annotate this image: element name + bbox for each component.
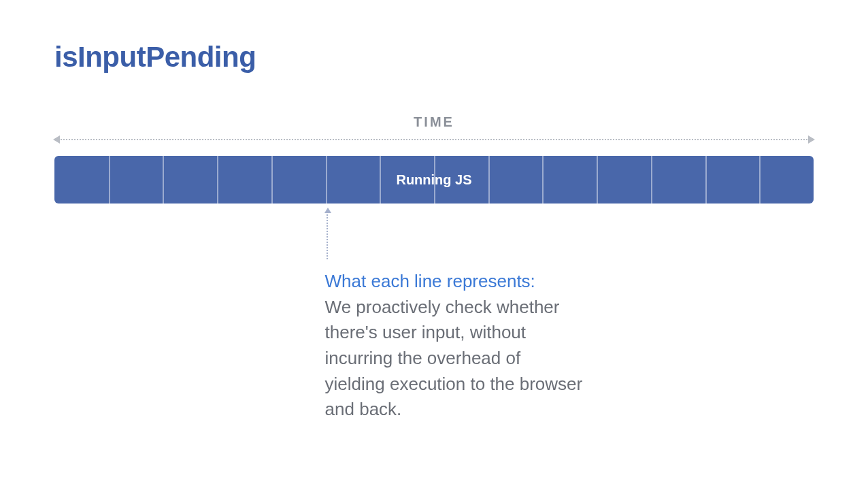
callout-body: We proactively check whether there's use… (325, 295, 584, 423)
callout: What each line represents: We proactivel… (325, 212, 584, 423)
callout-connector (327, 212, 584, 259)
time-axis (54, 135, 814, 144)
page-title: isInputPending (54, 41, 814, 74)
arrow-right-icon (808, 135, 815, 144)
running-js-bar: Running JS (54, 156, 814, 204)
bar-label: Running JS (54, 156, 814, 204)
axis-dotted-line (59, 139, 809, 140)
timeline-region: Running JS What each line represents: We… (54, 156, 814, 204)
time-axis-label: TIME (54, 114, 814, 130)
callout-heading: What each line represents: (325, 269, 584, 295)
slide: isInputPending TIME Running JS What each… (0, 0, 868, 488)
